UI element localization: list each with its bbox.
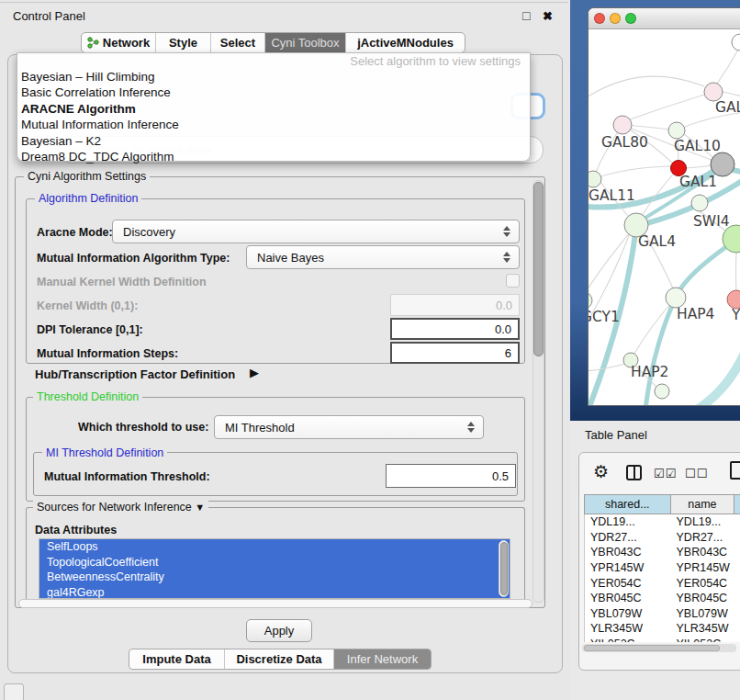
- split-columns-icon[interactable]: [626, 465, 642, 480]
- table-row[interactable]: YBR043CYBR043C: [585, 545, 740, 560]
- table-cell: YDR27...: [585, 531, 671, 544]
- list-item[interactable]: BetweennessCentrality: [39, 570, 510, 585]
- network-edge[interactable]: [686, 165, 712, 168]
- table-row[interactable]: YIL052CYIL052C0: [585, 637, 740, 642]
- table-row[interactable]: YBR045CYBR045C9.: [585, 591, 740, 606]
- collapse-expander-icon[interactable]: ▼: [195, 502, 205, 513]
- mi-threshold-input[interactable]: 0.5: [386, 464, 516, 488]
- network-window[interactable]: GALGAL80GAL10GAL1GAL11SWI4GAL4GCY1HAP4YH…: [588, 7, 740, 406]
- algorithm-item[interactable]: Bayesian – Hill Climbing: [17, 69, 530, 85]
- which-threshold-combo[interactable]: MI Threshold: [214, 415, 484, 439]
- apply-button[interactable]: Apply: [246, 619, 312, 642]
- minimize-traffic-icon[interactable]: [610, 13, 621, 24]
- table-cell: YPR145W: [671, 561, 735, 574]
- network-node-label: GAL: [715, 99, 740, 116]
- table-row[interactable]: YPR145WYPR145W9.: [585, 560, 740, 576]
- tab-select[interactable]: Select: [210, 33, 264, 52]
- float-window-icon[interactable]: □: [522, 8, 530, 23]
- list-item[interactable]: gal4RGexp: [39, 585, 510, 600]
- network-node-label: GAL80: [601, 134, 648, 151]
- tab-infer-network[interactable]: Infer Network: [333, 649, 431, 669]
- table-cell: YDR27...: [671, 531, 735, 544]
- gear-icon[interactable]: ⚙: [593, 461, 609, 482]
- network-canvas[interactable]: GALGAL80GAL10GAL1GAL11SWI4GAL4GCY1HAP4YH…: [589, 29, 740, 406]
- table-row[interactable]: YDR27...YDR27...12: [585, 530, 740, 546]
- table-cell: YER054C: [671, 577, 735, 590]
- algorithm-item[interactable]: Basic Correlation Inference: [17, 85, 530, 100]
- table-cell: YBR043C: [671, 546, 735, 559]
- algorithm-item[interactable]: Bayesian – K2: [17, 133, 530, 149]
- mi-steps-label: Mutual Information Steps:: [37, 347, 178, 360]
- network-edge[interactable]: [593, 166, 671, 179]
- network-edge[interactable]: [697, 353, 740, 406]
- table-cell: 9.: [734, 561, 740, 574]
- algorithm-item[interactable]: Mutual Information Inference: [17, 117, 530, 132]
- dpi-tolerance-input[interactable]: 0.0: [390, 318, 520, 340]
- hub-definition-label[interactable]: Hub/Transcription Factor Definition: [35, 367, 235, 381]
- top-divider: [0, 2, 568, 3]
- network-node[interactable]: [704, 83, 723, 101]
- network-node[interactable]: [589, 171, 601, 187]
- panel-corner-icon[interactable]: [4, 683, 24, 700]
- close-icon[interactable]: ✖: [543, 9, 553, 23]
- control-panel-title: Control Panel: [13, 9, 85, 23]
- network-edge[interactable]: [736, 253, 737, 290]
- data-attributes-list[interactable]: SelfLoops TopologicalCoefficient Between…: [39, 538, 510, 599]
- select-all-icon[interactable]: ☑☑: [654, 467, 677, 480]
- column-header-name[interactable]: name: [671, 495, 735, 514]
- network-node[interactable]: [668, 122, 685, 139]
- tab-cyni-toolbox[interactable]: Cyni Toolbox: [264, 33, 345, 52]
- kernel-width-input[interactable]: 0.0: [390, 294, 520, 316]
- zoom-traffic-icon[interactable]: [625, 13, 636, 24]
- mi-algorithm-type-combo[interactable]: Naive Bayes: [246, 245, 520, 269]
- list-item[interactable]: SelfLoops: [39, 539, 510, 555]
- network-node[interactable]: [613, 116, 632, 134]
- network-node[interactable]: [655, 384, 669, 399]
- table-cell: 9.: [734, 592, 740, 604]
- deselect-all-icon[interactable]: ☐☐: [685, 467, 708, 480]
- network-edge[interactable]: [589, 76, 704, 101]
- table-row[interactable]: YDL19...YDL19...13: [585, 514, 740, 530]
- table-row[interactable]: YER054CYER054C8.: [585, 575, 740, 591]
- table-hscrollbar-thumb[interactable]: [584, 645, 720, 651]
- tab-style[interactable]: Style: [155, 33, 210, 52]
- network-node[interactable]: [727, 290, 740, 309]
- table-cell: YBL079W: [585, 607, 671, 620]
- aracne-mode-combo[interactable]: Discovery: [112, 220, 520, 243]
- network-edge[interactable]: [723, 92, 740, 97]
- manual-kernel-checkbox[interactable]: [506, 274, 520, 288]
- network-node[interactable]: [666, 288, 686, 308]
- table-cell: YDL19...: [585, 515, 671, 528]
- attributes-scrollbar-thumb[interactable]: [500, 542, 508, 595]
- table-row[interactable]: YBL079WYBL079W: [585, 606, 740, 622]
- algorithm-item[interactable]: Dream8 DC_TDC Algorithm: [17, 149, 530, 164]
- network-window-titlebar[interactable]: [589, 8, 740, 29]
- tab-jactivemnodules[interactable]: jActiveMNodules: [345, 33, 465, 52]
- network-edge[interactable]: [717, 50, 738, 84]
- algorithm-dropdown-popup: Select algorithm to view settings Bayesi…: [17, 52, 531, 162]
- table-cell: YDL19...: [671, 515, 735, 528]
- settings-scrollbar-thumb[interactable]: [533, 182, 544, 356]
- network-node[interactable]: [732, 34, 740, 51]
- column-header-shared[interactable]: shared...: [585, 495, 671, 514]
- hub-expander-icon[interactable]: ▶: [250, 366, 259, 379]
- column-header-next[interactable]: A: [734, 495, 740, 514]
- tab-discretize-data[interactable]: Discretize Data: [224, 649, 333, 669]
- table-header: shared... name A: [584, 494, 740, 514]
- mi-steps-input[interactable]: 6: [390, 342, 520, 364]
- close-traffic-icon[interactable]: [594, 13, 605, 24]
- table-row[interactable]: YLR345WYLR345W9.: [585, 621, 740, 637]
- table-cell: 0: [734, 638, 740, 642]
- table-cell: YBR043C: [585, 546, 671, 559]
- settings-hscrollbar[interactable]: [18, 599, 533, 608]
- list-item[interactable]: TopologicalCoefficient: [39, 555, 510, 570]
- network-edge[interactable]: [630, 92, 713, 119]
- algorithm-item-selected[interactable]: ARACNE Algorithm: [17, 101, 530, 117]
- threshold-definition-title: Threshold Definition: [33, 390, 142, 403]
- network-node[interactable]: [691, 195, 708, 211]
- document-icon[interactable]: [730, 461, 740, 480]
- tab-network[interactable]: Network: [82, 33, 155, 52]
- network-node-label: Y: [731, 307, 740, 323]
- tab-impute-data[interactable]: Impute Data: [129, 649, 224, 669]
- network-node[interactable]: [589, 292, 592, 309]
